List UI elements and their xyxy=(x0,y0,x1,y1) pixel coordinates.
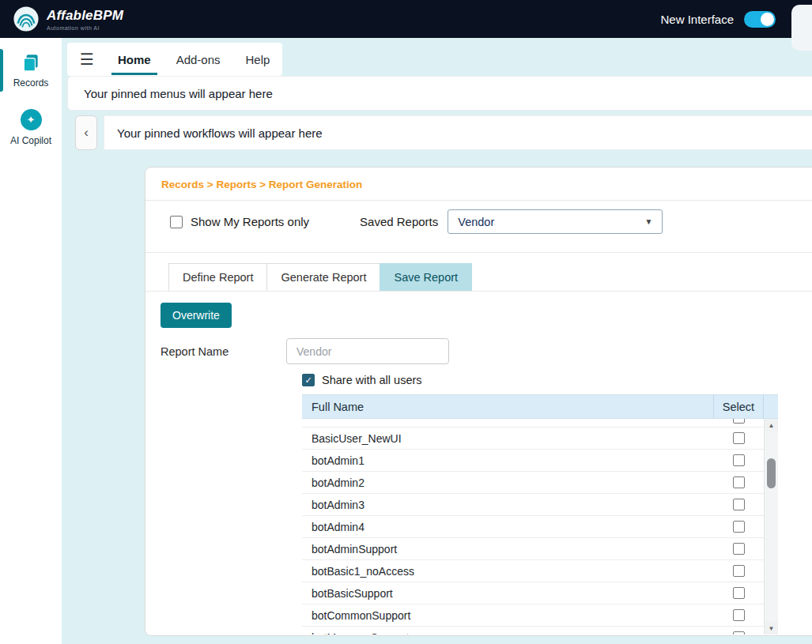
tab-help[interactable]: Help xyxy=(244,44,272,75)
topbar: AffableBPM Automation with AI New Interf… xyxy=(0,0,812,38)
row-full-name: botBasicSupport xyxy=(302,587,713,600)
row-select-cell xyxy=(713,609,764,621)
tab-save-report[interactable]: Save Report xyxy=(380,263,472,291)
report-name-row: Report Name xyxy=(145,338,812,364)
filter-row: Show My Reports only Saved Reports Vendo… xyxy=(145,201,812,243)
main-area: ☰ Home Add-ons Help Your pinned menus wi… xyxy=(62,38,812,644)
sidebar-item-label: Records xyxy=(13,77,49,89)
row-checkbox[interactable] xyxy=(733,476,745,488)
nav-strip: ☰ Home Add-ons Help xyxy=(67,43,282,76)
pinned-workflows-bar: Your pinned workflows will appear here xyxy=(104,115,812,150)
breadcrumb: Records > Reports > Report Generation xyxy=(145,179,812,190)
chevron-left-icon: ‹ xyxy=(84,125,89,141)
row-checkbox[interactable] xyxy=(733,587,745,599)
records-icon xyxy=(21,52,41,73)
row-full-name: botAdmin1 xyxy=(302,454,713,467)
collapse-button[interactable]: ‹ xyxy=(75,115,97,150)
table-row: botAdmin1 xyxy=(302,450,764,472)
partially-scrolled-row xyxy=(302,419,764,427)
cutoff-panel xyxy=(791,5,812,51)
pinned-workflows-row: ‹ Your pinned workflows will appear here xyxy=(75,115,812,150)
table-scrollbar[interactable]: ▲ ▼ xyxy=(764,419,778,635)
table-row: botAdmin3 xyxy=(302,494,764,516)
sidebar-item-records[interactable]: Records xyxy=(0,47,62,93)
table-row: botCommonSupport xyxy=(302,604,764,627)
row-checkbox[interactable] xyxy=(733,609,745,621)
row-full-name: botCommonSupport xyxy=(302,609,713,622)
table-row: botManagerSupport xyxy=(302,627,764,635)
table-row: botAdmin4 xyxy=(302,516,764,538)
row-full-name: botAdminSupport xyxy=(302,543,713,555)
caret-down-icon: ▼ xyxy=(644,217,652,226)
scroll-up-button[interactable]: ▲ xyxy=(765,419,778,431)
tab-add-ons[interactable]: Add-ons xyxy=(175,44,222,75)
affablebpm-logo-icon xyxy=(13,6,40,32)
row-checkbox[interactable] xyxy=(733,499,745,510)
scrollbar-thumb[interactable] xyxy=(767,458,776,488)
row-full-name: BasicUser_NewUI xyxy=(302,432,713,445)
table-row: botBasicSupport xyxy=(302,582,764,604)
report-name-label: Report Name xyxy=(161,345,286,358)
row-checkbox[interactable] xyxy=(733,432,745,444)
check-icon: ✓ xyxy=(304,375,312,386)
row-select-cell xyxy=(713,631,764,635)
ai-copilot-icon: ✦ xyxy=(21,109,42,130)
row-checkbox[interactable] xyxy=(733,631,745,635)
row-full-name: botAdmin2 xyxy=(302,476,713,489)
table-row: botAdminSupport xyxy=(302,538,764,560)
report-name-input[interactable] xyxy=(286,338,449,364)
row-select-cell xyxy=(713,565,764,577)
new-interface-label: New Interface xyxy=(660,13,734,26)
report-generation-card: Records > Reports > Report Generation Sh… xyxy=(145,167,812,636)
sidebar: Records ✦ AI Copilot xyxy=(0,38,62,644)
tab-home[interactable]: Home xyxy=(116,44,153,75)
pinned-menus-bar: Your pinned menus will appear here xyxy=(67,76,812,111)
brand: AffableBPM Automation with AI xyxy=(13,6,123,32)
shell: Records ✦ AI Copilot ☰ Home Add-ons Help… xyxy=(0,38,812,644)
scroll-down-button[interactable]: ▼ xyxy=(765,622,778,635)
row-full-name: botAdmin4 xyxy=(302,521,713,533)
topbar-right: New Interface xyxy=(660,11,799,28)
share-with-all-users-label: Share with all users xyxy=(322,374,422,386)
row-checkbox[interactable] xyxy=(733,419,745,424)
row-select-cell xyxy=(713,521,764,533)
saved-reports-dropdown[interactable]: Vendor ▼ xyxy=(448,209,663,234)
new-interface-toggle[interactable] xyxy=(744,11,776,28)
brand-name: AffableBPM xyxy=(47,8,123,24)
row-checkbox[interactable] xyxy=(733,565,745,577)
tab-define-report[interactable]: Define Report xyxy=(168,263,267,291)
saved-reports-label: Saved Reports xyxy=(360,215,438,228)
pinned-menus-text: Your pinned menus will appear here xyxy=(84,87,273,100)
show-my-reports-checkbox[interactable] xyxy=(170,216,183,228)
show-my-reports-label: Show My Reports only xyxy=(191,215,309,228)
partial-row-select xyxy=(713,419,764,427)
header-scroll-spacer xyxy=(764,395,778,418)
divider xyxy=(145,252,812,253)
row-checkbox[interactable] xyxy=(733,521,745,533)
row-select-cell xyxy=(713,432,764,444)
overwrite-button[interactable]: Overwrite xyxy=(161,303,232,328)
sidebar-item-ai-copilot[interactable]: ✦ AI Copilot xyxy=(0,104,62,151)
users-table-header: Full Name Select xyxy=(302,394,778,419)
share-row: ✓ Share with all users xyxy=(302,374,812,386)
table-row: BasicUser_NewUI xyxy=(302,427,764,450)
brand-tagline: Automation with AI xyxy=(47,25,123,31)
tab-generate-report[interactable]: Generate Report xyxy=(266,263,380,291)
users-table: Full Name Select xyxy=(302,394,778,635)
users-table-viewport: BasicUser_NewUI botAdmin1 xyxy=(302,419,778,635)
row-select-cell xyxy=(713,587,764,599)
row-full-name: botBasic1_noAccess xyxy=(302,565,713,578)
row-select-cell xyxy=(713,476,764,488)
share-with-all-users-checkbox[interactable]: ✓ xyxy=(302,374,315,386)
saved-reports-value: Vendor xyxy=(458,216,494,228)
hamburger-menu-icon[interactable]: ☰ xyxy=(80,51,94,67)
row-checkbox[interactable] xyxy=(733,543,745,555)
row-select-cell xyxy=(713,454,764,466)
arrow-down-icon: ▼ xyxy=(769,625,775,632)
report-tab-strip: Define Report Generate Report Save Repor… xyxy=(145,263,812,292)
column-header-select: Select xyxy=(713,395,764,418)
row-full-name: botAdmin3 xyxy=(302,499,713,511)
users-table-rows: BasicUser_NewUI botAdmin1 xyxy=(302,419,764,635)
sparkle-glyph: ✦ xyxy=(27,114,36,126)
row-checkbox[interactable] xyxy=(733,454,745,466)
